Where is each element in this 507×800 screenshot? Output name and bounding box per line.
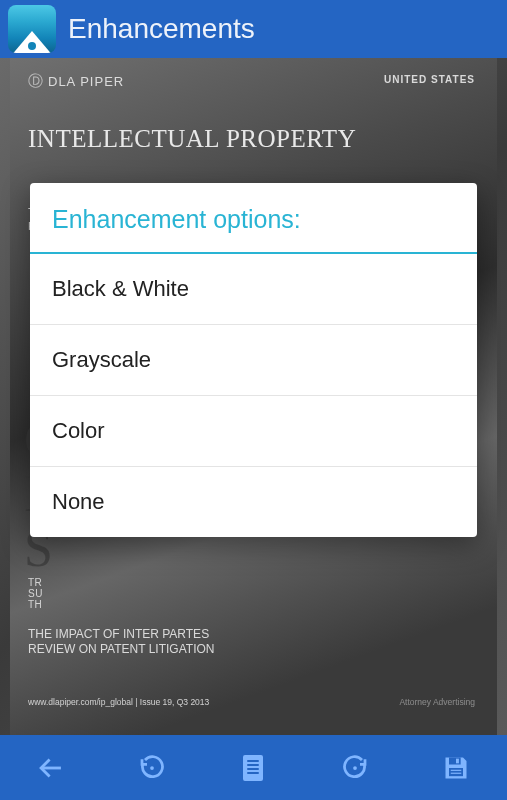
save-button[interactable]: [432, 744, 480, 792]
doc-footer-right: Attorney Advertising: [399, 697, 475, 707]
arrow-left-icon: [34, 751, 68, 785]
svg-rect-7: [451, 772, 462, 773]
svg-rect-6: [451, 769, 462, 770]
svg-rect-5: [449, 768, 463, 776]
app-header: Enhancements: [0, 0, 507, 58]
doc-region-text: UNITED STATES: [384, 74, 475, 85]
svg-rect-4: [456, 758, 459, 763]
doc-side-text: TR SU TH: [28, 577, 43, 610]
rotate-left-icon: [137, 753, 167, 783]
document-icon: [240, 754, 266, 782]
option-none[interactable]: None: [30, 467, 477, 537]
option-color[interactable]: Color: [30, 396, 477, 467]
bottom-toolbar: [0, 735, 507, 800]
rotate-left-button[interactable]: [128, 744, 176, 792]
svg-point-2: [353, 766, 357, 770]
doc-title-line1: INTELLECTUAL PROPERTY: [28, 125, 479, 153]
save-icon: [442, 754, 470, 782]
doc-footer-left: www.dlapiper.com/ip_global | Issue 19, Q…: [28, 697, 209, 707]
document-button[interactable]: [229, 744, 277, 792]
back-button[interactable]: [27, 744, 75, 792]
doc-article-title: THE IMPACT OF INTER PARTES REVIEW ON PAT…: [28, 627, 248, 657]
svg-point-0: [150, 766, 154, 770]
dialog-title: Enhancement options:: [30, 183, 477, 254]
rotate-right-button[interactable]: [331, 744, 379, 792]
option-grayscale[interactable]: Grayscale: [30, 325, 477, 396]
rotate-right-icon: [340, 753, 370, 783]
app-logo-icon: [8, 5, 56, 53]
option-black-white[interactable]: Black & White: [30, 254, 477, 325]
page-title: Enhancements: [68, 13, 255, 45]
enhancement-options-dialog: Enhancement options: Black & White Grays…: [30, 183, 477, 537]
